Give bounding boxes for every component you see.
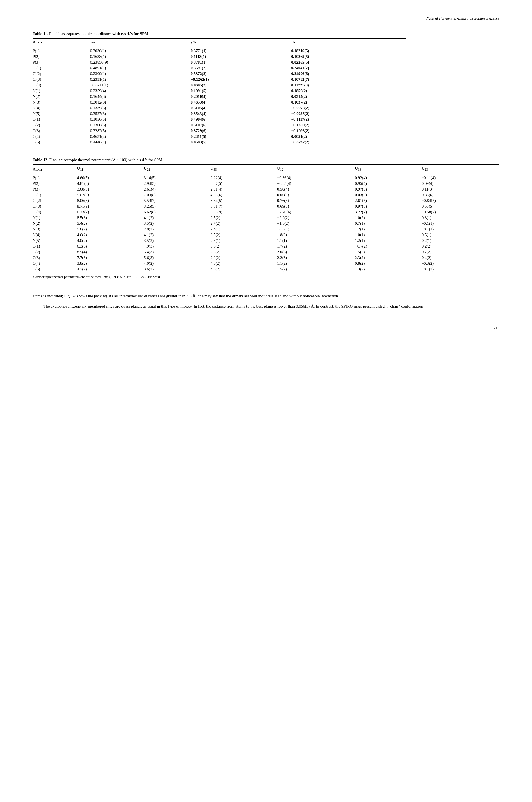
table-cell: Cl(2) (33, 198, 77, 204)
table-cell: 4.81(6) (77, 181, 144, 186)
table-cell: −0.1(2) (422, 266, 499, 273)
table-cell: −0.7(2) (355, 243, 421, 249)
table-cell: N(5) (33, 238, 77, 243)
table-cell: 4.0(2) (210, 266, 277, 273)
table-cell: 4.0(2) (144, 261, 210, 266)
table-cell: 0.18216(5) (291, 48, 406, 54)
table-cell: 6.62(8) (144, 209, 210, 215)
table-cell: 4.60(5) (77, 175, 144, 181)
table-cell: 4.83(6) (210, 192, 277, 198)
table-cell: 4.6(2) (77, 232, 144, 238)
table-cell: 0.3543(4) (190, 111, 291, 117)
table-cell: 0.3527(3) (90, 111, 190, 117)
table-cell: 0.3771(1) (190, 48, 291, 54)
table-cell: 2.8(2) (144, 226, 210, 232)
table-cell: 6.23(7) (77, 209, 144, 215)
table-cell: 3.25(5) (144, 204, 210, 209)
table-row: Cl(3)0.2331(1)−0.1262(1)0.10782(7) (33, 77, 406, 82)
header-title: Natural Polyamines-Linked Cyclophosphaze… (426, 16, 499, 20)
table-cell: 1.2(1) (355, 238, 421, 243)
page-number: 213 (33, 326, 499, 331)
table-cell: 0.1113(1) (190, 54, 291, 59)
table-cell: 0.2359(4) (90, 88, 190, 94)
table-cell: −0.0242(2) (291, 139, 406, 146)
table-cell: 0.2(1) (422, 238, 499, 243)
table-cell: 1.2(1) (355, 226, 421, 232)
table-cell: 8.9(4) (77, 249, 144, 255)
table-cell: 2.7(2) (210, 221, 277, 226)
table-cell: C(3) (33, 128, 90, 134)
table-cell: 0.5105(4) (190, 105, 291, 111)
table-row: C(3)7.7(3)5.6(3)2.9(2)2.2(3)2.3(2)0.4(2) (33, 255, 499, 261)
table-cell: 3.68(5) (77, 186, 144, 192)
table-row: Cl(2)8.06(8)5.59(7)3.64(5)0.76(6)2.61(5)… (33, 198, 499, 204)
table-cell: 0.1856(2) (291, 88, 406, 94)
table-row: P(1)4.60(5)3.14(5)2.22(4)−0.36(4)0.92(4)… (33, 175, 499, 181)
table-cell: −0.5(1) (277, 226, 355, 232)
table11-col-atom: Atom (33, 39, 90, 46)
table-cell: Cl(3) (33, 204, 77, 209)
table12-title: Table 12. Final anisotropic thermal para… (33, 157, 499, 162)
table-cell: C(3) (33, 255, 77, 261)
table-cell: 2.22(4) (210, 175, 277, 181)
table-cell: 3.8(2) (210, 243, 277, 249)
table-cell: 4.7(2) (77, 266, 144, 273)
table-cell: −0.1098(2) (291, 128, 406, 134)
table-cell: N(1) (33, 215, 77, 221)
table-cell: 2.5(2) (210, 215, 277, 221)
table-cell: C(4) (33, 261, 77, 266)
table-cell: 0.1037(2) (291, 99, 406, 105)
table-cell: 0.2300(5) (90, 122, 190, 128)
table-row: Cl(1)0.4891(1)0.3591(2)0.24041(7) (33, 65, 406, 71)
table-cell: P(1) (33, 175, 77, 181)
table-row: N(1)8.5(3)4.1(2)2.5(2)−2.2(2)1.0(2)0.3(1… (33, 215, 499, 221)
table-cell: 2.9(2) (210, 255, 277, 261)
table12-container: Table 12. Final anisotropic thermal para… (33, 157, 499, 279)
table-cell: N(1) (33, 88, 90, 94)
table-cell: 0.1638(1) (90, 54, 190, 59)
table12-col-u33: U33 (210, 165, 277, 173)
page-header: Natural Polyamines-Linked Cyclophosphaze… (33, 16, 499, 21)
table-row: C(1)0.1056(5)0.4904(6)−0.1117(2) (33, 117, 406, 122)
table-cell: N(2) (33, 94, 90, 99)
table12-col-atom: Atom (33, 165, 77, 173)
table-cell: 5.02(6) (77, 192, 144, 198)
table-cell: 0.5372(2) (190, 71, 291, 77)
table-row: N(5)0.3527(3)0.3543(4)−0.0266(2) (33, 111, 406, 117)
table12-header-row: Atom U11 U22 U33 U12 U13 U23 (33, 165, 499, 173)
table-cell: N(4) (33, 105, 90, 111)
table-cell: −1.0(2) (277, 221, 355, 226)
table-cell: 0.4653(4) (190, 99, 291, 105)
table-cell: 7.7(3) (77, 255, 144, 261)
table-cell: 4.3(2) (210, 261, 277, 266)
table-row: N(3)5.6(2)2.8(2)2.4(1)−0.5(1)1.2(1)−0.1(… (33, 226, 499, 232)
table-cell: 0.1644(3) (90, 94, 190, 99)
table-cell: −0.1262(1) (190, 77, 291, 82)
table-cell: 0.06(6) (277, 192, 355, 198)
table-cell: 3.5(2) (144, 238, 210, 243)
table-cell: 8.71(9) (77, 204, 144, 209)
table-cell: 0.2010(4) (190, 94, 291, 99)
table-row: N(4)0.1339(3)0.5105(4)−0.0278(2) (33, 105, 406, 111)
table-cell: −0.1117(2) (291, 117, 406, 122)
table11-title-bold-prefix: Table 11. (33, 32, 48, 36)
table11-col-yb: y/b (190, 39, 291, 46)
table-row: Cl(4)−0.0211(1)0.0605(2)0.11721(8) (33, 82, 406, 88)
table-cell: 0.2(2) (422, 243, 499, 249)
body-paragraph2: The cyclophosphazene six-membered rings … (33, 303, 499, 310)
table-cell: 3.22(7) (355, 209, 421, 215)
table-cell: C(1) (33, 243, 77, 249)
table12-body: P(1)4.60(5)3.14(5)2.22(4)−0.36(4)0.92(4)… (33, 173, 499, 273)
table-cell: 8.5(3) (77, 215, 144, 221)
table-cell: 0.5(1) (422, 232, 499, 238)
table-row: N(4)4.6(2)4.1(2)3.5(2)1.8(2)1.0(1)0.5(1) (33, 232, 499, 238)
table-cell: −0.36(4) (277, 175, 355, 181)
table-cell: 0.3(1) (422, 215, 499, 221)
table-cell: 0.3282(5) (90, 128, 190, 134)
table-cell: 2.3(2) (355, 255, 421, 261)
table-cell: C(4) (33, 134, 90, 139)
table-cell: 0.97(6) (355, 204, 421, 209)
body-paragraph1: atoms is indicated; Fig. 37 shows the pa… (33, 293, 499, 299)
table-cell: Cl(4) (33, 82, 90, 88)
table-cell: 0.4(2) (422, 255, 499, 261)
